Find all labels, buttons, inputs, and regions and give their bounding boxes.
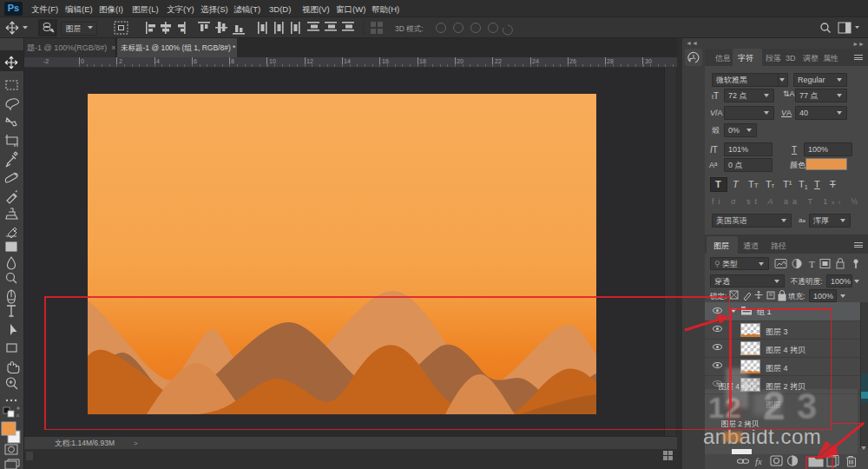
svg-text:T: T	[809, 259, 815, 269]
